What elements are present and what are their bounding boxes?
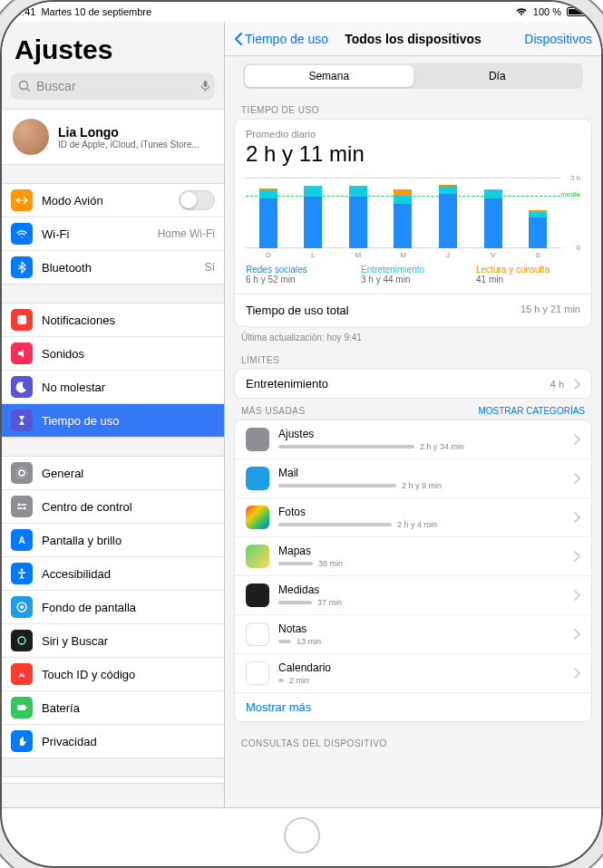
chart-day-label: V (491, 251, 495, 259)
devices-button[interactable]: Dispositivos (524, 32, 592, 46)
app-usage-bar (278, 562, 313, 565)
sidebar-item-dnd[interactable]: No molestar (2, 371, 224, 404)
sidebar-item-screentime[interactable]: Tiempo de uso (2, 404, 224, 437)
sidebar-item-privacy[interactable]: Privacidad (2, 725, 224, 757)
battery-icon (567, 7, 587, 16)
sidebar-item-touchid[interactable]: Touch ID y código (2, 658, 224, 691)
last-updated: Última actualización: hoy 9:41 (234, 327, 592, 348)
chart-day-label: J (446, 251, 450, 259)
app-usage-row[interactable]: Medidas37 min (235, 576, 591, 615)
chart-day-label: S (535, 251, 540, 259)
sidebar-item-notifications[interactable]: Notificaciones (2, 304, 224, 337)
limit-entertainment-row[interactable]: Entretenimiento 4 h (235, 370, 591, 398)
sidebar-item-label: Tiempo de uso (42, 414, 215, 428)
detail-scroll[interactable]: Semana Día TIEMPO DE USO Promedio diario… (225, 56, 601, 807)
profile-name: Lia Longo (58, 125, 199, 140)
app-name: Fotos (278, 506, 564, 518)
sidebar-item-sounds[interactable]: Sonidos (2, 337, 224, 371)
app-usage-row[interactable]: Fotos2 h y 4 min (235, 498, 591, 537)
battery-settings-icon (11, 697, 33, 719)
navbar: Tiempo de uso Todos los dispositivos Dis… (225, 22, 601, 56)
limits-card: Entretenimiento 4 h (234, 369, 592, 399)
sidebar-item-label: Fondo de pantalla (42, 601, 215, 614)
sidebar-item-battery[interactable]: Batería (2, 691, 224, 725)
search-input[interactable] (36, 79, 195, 93)
usage-card: Promedio diario 2 h y 11 min 3 h media 0… (234, 119, 592, 327)
app-icon (246, 506, 269, 529)
apple-id-row[interactable]: Lia Longo ID de Apple, iCloud, iTunes St… (2, 109, 224, 165)
app-usage-row[interactable]: Notas13 min (235, 615, 591, 654)
svg-point-14 (18, 637, 25, 644)
general-group: General Centro de control A Pantalla y b… (2, 456, 224, 758)
app-usage-row[interactable]: Calendario2 min (235, 654, 591, 693)
segment-week[interactable]: Semana (245, 65, 413, 87)
axis-zero-label: 0 (577, 244, 580, 252)
app-usage-row[interactable]: Mail2 h y 9 min (235, 459, 591, 498)
daily-avg-value: 2 h y 11 min (246, 141, 580, 167)
svg-point-8 (24, 507, 26, 510)
total-usage-row[interactable]: Tiempo de uso total 15 h y 21 min (235, 294, 591, 326)
app-usage-time: 2 h y 34 min (420, 442, 464, 451)
chevron-right-icon (573, 434, 580, 445)
mic-icon[interactable] (200, 80, 210, 92)
limit-value: 4 h (550, 379, 564, 390)
sounds-icon (11, 342, 33, 364)
app-icon (246, 583, 269, 607)
sidebar-item-display[interactable]: A Pantalla y brillo (2, 524, 224, 557)
app-usage-bar (278, 601, 312, 604)
week-day-segmented[interactable]: Semana Día (243, 63, 583, 89)
show-categories-link[interactable]: MOSTRAR CATEGORÍAS (478, 406, 585, 416)
app-name: Mail (278, 467, 564, 479)
svg-line-1 (27, 89, 31, 92)
search-field[interactable] (11, 72, 215, 100)
home-button[interactable] (284, 817, 320, 854)
segment-day[interactable]: Día (413, 65, 582, 87)
svg-rect-15 (17, 705, 25, 710)
legend-social-label: Redes sociales (246, 265, 350, 275)
airplane-icon (11, 189, 33, 211)
wifi-settings-icon (11, 223, 33, 245)
app-usage-bar (278, 445, 414, 448)
chevron-right-icon (573, 629, 580, 640)
sidebar-item-accessibility[interactable]: Accesibilidad (2, 557, 224, 591)
svg-rect-2 (204, 81, 208, 87)
sidebar-item-general[interactable]: General (2, 457, 224, 490)
sidebar-item-label: No molestar (42, 381, 215, 394)
chart-bar: L (304, 186, 322, 248)
app-usage-row[interactable]: Ajustes2 h y 34 min (235, 420, 591, 459)
chart-day-label: M (355, 251, 362, 259)
sidebar-item-label: Pantalla y brillo (42, 534, 215, 547)
profile-subtitle: ID de Apple, iCloud, iTunes Store... (58, 140, 199, 149)
total-value: 15 h y 21 min (520, 304, 580, 317)
app-icon (246, 545, 269, 568)
legend-social-time: 6 h y 52 min (246, 275, 350, 285)
wifi-icon (515, 7, 528, 16)
show-more-link[interactable]: Mostrar más (235, 693, 591, 721)
sidebar-item-control-center[interactable]: Centro de control (2, 490, 224, 524)
chevron-right-icon (573, 512, 580, 523)
sidebar-item-label: Modo Avión (42, 194, 179, 207)
sidebar-item-airplane[interactable]: Modo Avión (2, 184, 224, 217)
airplane-toggle[interactable] (179, 190, 215, 210)
section-header-usage: TIEMPO DE USO (234, 98, 592, 119)
sidebar-item-label: Sonidos (42, 347, 215, 361)
chevron-right-icon (573, 590, 580, 601)
notifications-group: Notificaciones Sonidos No molestar Tiemp… (2, 303, 224, 438)
battery-percent: 100 % (533, 6, 561, 17)
app-usage-time: 13 min (297, 637, 321, 646)
sidebar-item-bluetooth[interactable]: Bluetooth Sí (2, 251, 224, 284)
back-button[interactable]: Tiempo de uso (234, 32, 328, 46)
bluetooth-value: Sí (205, 261, 215, 274)
sidebar-item-wifi[interactable]: Wi-Fi Home Wi-Fi (2, 217, 224, 251)
app-usage-bar (278, 640, 291, 643)
sidebar-item-wallpaper[interactable]: Fondo de pantalla (2, 591, 224, 624)
chart-bar: D (259, 188, 277, 248)
app-usage-row[interactable]: Mapas38 min (235, 537, 591, 576)
svg-text:A: A (18, 535, 24, 545)
app-usage-time: 2 h y 4 min (397, 520, 437, 529)
chevron-right-icon (573, 379, 580, 390)
sidebar-item-siri[interactable]: Siri y Buscar (2, 624, 224, 658)
sidebar-item-label: Batería (42, 701, 215, 715)
svg-point-13 (20, 605, 24, 609)
connectivity-group: Modo Avión Wi-Fi Home Wi-Fi Bluetooth Sí (2, 183, 224, 285)
